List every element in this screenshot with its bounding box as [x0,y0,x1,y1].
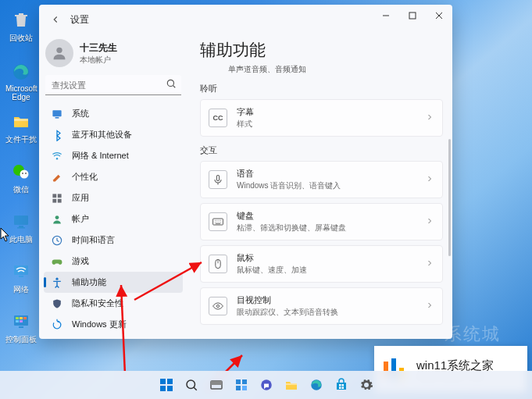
sidebar-item-label: 帐户 [72,213,89,225]
desktop-icon-folder[interactable]: 文件干扰 [5,111,37,145]
shield-icon [50,297,64,311]
svg-rect-42 [167,386,173,391]
tb-explorer[interactable] [282,376,301,394]
sidebar-item-apps[interactable]: 应用 [44,187,183,208]
svg-rect-7 [19,226,23,227]
svg-point-24 [56,158,58,159]
sidebar-item-update[interactable]: Windows 更新 [44,314,183,335]
desktop-icon-trash[interactable]: 回收站 [5,9,37,44]
card-sub: 鼠标键、速度、加速 [237,265,425,276]
svg-point-3 [20,170,29,179]
tb-chat[interactable] [257,376,276,394]
svg-rect-13 [20,317,23,319]
svg-rect-25 [52,194,56,198]
acct-icon [50,212,64,226]
sidebar-item-shield[interactable]: 隐私和安全性 [44,293,183,314]
desktop-icon-net[interactable]: 网络 [5,261,37,295]
card-mic[interactable]: 语音Windows 语音识别、语音键入 [200,161,443,198]
page-title: 辅助功能 [200,39,443,61]
card-title: 键盘 [237,210,425,222]
settings-window: 设置 十三先生 本地帐户 [39,5,452,339]
section-listen: 聆听 [200,83,443,94]
tb-taskview[interactable] [207,376,226,394]
tb-start[interactable] [157,376,176,394]
sidebar-item-label: 应用 [72,192,89,204]
game-icon [50,255,64,269]
desktop-icon-edge[interactable]: Microsoft Edge [5,61,37,102]
chevron-right-icon [425,173,434,187]
svg-point-20 [56,48,62,53]
svg-rect-8 [17,227,25,229]
svg-point-5 [25,173,27,174]
svg-rect-17 [19,326,23,328]
sidebar-item-brush[interactable]: 个性化 [44,166,183,187]
svg-rect-54 [341,384,344,387]
chevron-right-icon [425,111,434,125]
sidebar-item-bt[interactable]: 蓝牙和其他设备 [44,124,183,145]
chevron-right-icon [425,257,434,271]
card-title: 语音 [237,168,425,180]
user-account: 本地帐户 [80,55,117,66]
user-name: 十三先生 [80,41,117,55]
sidebar-item-label: 游戏 [72,255,89,267]
caption-sub: 样式 [237,119,425,130]
svg-point-21 [167,80,173,86]
card-caption[interactable]: CC 字幕 样式 [200,99,443,137]
tb-search[interactable] [182,376,201,394]
svg-point-4 [22,173,23,174]
svg-rect-56 [341,387,344,390]
card-sub: 粘滞、筛选和切换键、屏幕键盘 [237,223,425,233]
svg-rect-6 [14,216,28,225]
back-button[interactable] [44,8,67,31]
svg-rect-27 [52,198,56,202]
desktop-icon-pc[interactable]: 此电脑 [5,211,37,245]
sidebar-item-label: Windows 更新 [72,319,127,330]
svg-rect-51 [286,383,297,385]
search-input[interactable] [45,75,181,95]
sidebar-item-time[interactable]: 时间和语言 [44,230,183,251]
sidebar-item-label: 辅助功能 [72,276,106,288]
svg-rect-45 [211,381,222,385]
tb-widgets[interactable] [232,376,251,394]
sidebar-item-wifi[interactable]: 网络 & Internet [44,145,183,166]
section-interact: 交互 [200,144,443,156]
card-kb[interactable]: 键盘粘滞、筛选和切换键、屏幕键盘 [200,203,443,240]
update-icon [50,318,64,332]
tb-edge[interactable] [307,376,326,394]
minimize-button[interactable] [373,5,399,27]
svg-point-29 [55,216,59,219]
time-icon [50,233,64,248]
desktop-icon-wechat[interactable]: 微信 [5,161,37,195]
ms-icon [209,255,227,273]
window-title: 设置 [70,13,89,27]
close-button[interactable] [426,5,452,27]
sidebar-item-access[interactable]: 辅助功能 [44,272,183,293]
search-icon [166,78,177,92]
eye-icon [209,297,227,315]
sidebar-item-game[interactable]: 游戏 [44,251,183,272]
tb-settings[interactable] [357,376,376,394]
caption-icon: CC [209,109,227,127]
audio-hint: 单声道音频、音频通知 [228,64,443,75]
svg-rect-15 [16,320,19,322]
svg-rect-10 [19,276,23,277]
svg-rect-23 [55,117,59,119]
svg-rect-22 [52,110,61,116]
svg-rect-28 [58,198,62,202]
maximize-button[interactable] [399,5,426,27]
svg-rect-26 [58,194,62,198]
user-block[interactable]: 十三先生 本地帐户 [44,34,183,75]
card-ms[interactable]: 鼠标鼠标键、速度、加速 [200,245,443,283]
svg-rect-16 [20,320,23,322]
svg-rect-53 [339,384,341,387]
scrollbar-thumb[interactable] [448,139,451,256]
sidebar-item-label: 蓝牙和其他设备 [72,129,132,141]
desktop-icon-panel[interactable]: 控制面板 [5,311,37,345]
system-icon [50,107,64,121]
tb-store[interactable] [332,376,351,394]
svg-rect-39 [160,379,166,384]
svg-rect-55 [339,387,341,390]
sidebar-item-system[interactable]: 系统 [44,103,183,124]
sidebar-item-acct[interactable]: 帐户 [44,208,183,230]
card-eye[interactable]: 目视控制眼动跟踪仪、文本到语音转换 [200,287,443,325]
